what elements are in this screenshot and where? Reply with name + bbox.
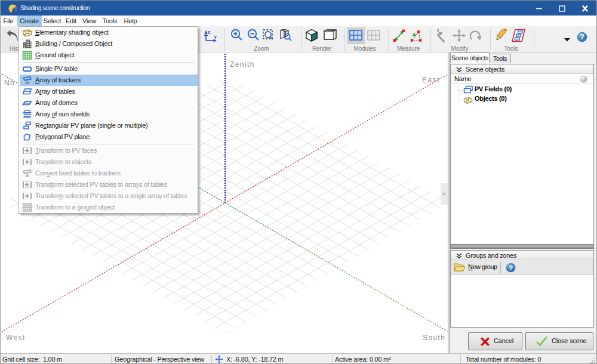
svg-text:?: ? (580, 33, 584, 41)
svg-text:Y: Y (214, 35, 217, 40)
svg-text:?: ? (509, 264, 513, 272)
svg-text:Z: Z (208, 30, 211, 35)
